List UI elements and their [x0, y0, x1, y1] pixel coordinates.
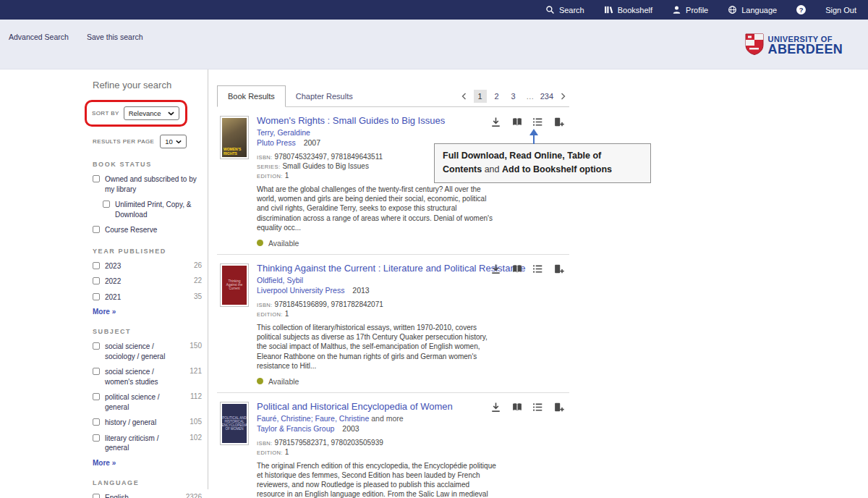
download-icon[interactable]: [488, 262, 503, 277]
sort-by-select[interactable]: Relevance: [124, 106, 179, 120]
filter-subject-sociology[interactable]: social science / sociology / general 150: [93, 342, 208, 361]
nav-language[interactable]: Language: [728, 5, 777, 14]
checkbox[interactable]: [93, 494, 100, 498]
checkbox[interactable]: [93, 277, 100, 284]
filter-year-2021[interactable]: 2021 35: [93, 292, 208, 303]
facet-count: 102: [190, 434, 202, 442]
filter-unlimited-print[interactable]: Unlimited Print, Copy, & Download: [103, 200, 208, 219]
download-icon[interactable]: [488, 114, 503, 129]
nav-profile[interactable]: Profile: [672, 5, 708, 14]
results-header: Book Results Chapter Results 1 2 3 … 234: [217, 85, 569, 107]
publisher-link[interactable]: Taylor & Francis Group: [257, 424, 334, 433]
edition-value: 1: [285, 310, 289, 318]
isbn-value: 9781579582371, 9780203505939: [275, 439, 383, 447]
header-band: [0, 20, 868, 69]
tab-book-results[interactable]: Book Results: [217, 85, 286, 107]
nav-language-label: Language: [741, 6, 777, 14]
search-icon: [545, 5, 555, 14]
checkbox[interactable]: [93, 434, 100, 442]
pagination-page-3[interactable]: 3: [507, 90, 520, 103]
edition-row: EDITION:1: [257, 448, 540, 456]
publisher-link[interactable]: Liverpool University Press: [257, 286, 344, 295]
table-of-contents-icon[interactable]: [530, 262, 545, 277]
callout-text-and: and: [482, 164, 502, 174]
year-more-link[interactable]: More »: [93, 308, 208, 316]
chevron-down-icon: [176, 138, 182, 145]
refine-sidebar: Refine your search SORT BY Relevance RES…: [80, 69, 208, 489]
filter-subject-political-science[interactable]: political science / general 112: [93, 392, 208, 412]
publication-year: 2007: [304, 138, 320, 147]
checkbox[interactable]: [93, 262, 100, 269]
bookshelf-icon: [604, 5, 613, 14]
edition-row: EDITION:1: [257, 310, 540, 318]
checkbox[interactable]: [93, 393, 100, 400]
book-cover[interactable]: Thinking Against the Current: [220, 263, 249, 307]
checkbox[interactable]: [93, 342, 100, 350]
filter-year-2022[interactable]: 2022 22: [93, 277, 208, 287]
facet-count: 112: [190, 392, 202, 400]
results-per-page-select[interactable]: 10: [160, 135, 187, 148]
pagination-page-1[interactable]: 1: [474, 90, 487, 103]
filter-course-reserve[interactable]: Course Reserve: [93, 225, 208, 235]
results-per-page-value: 10: [165, 138, 173, 145]
cover-title-text: Thinking Against the Current: [222, 278, 247, 292]
checkbox[interactable]: [93, 293, 100, 300]
filter-year-2023[interactable]: 2023 26: [93, 261, 208, 271]
pagination-page-2[interactable]: 2: [490, 90, 503, 103]
edition-value: 1: [285, 172, 289, 180]
checkbox[interactable]: [93, 368, 100, 375]
table-of-contents-icon[interactable]: [530, 114, 545, 129]
filter-owned-subscribed[interactable]: Owned and subscribed to by my library: [93, 174, 208, 194]
availability-label: Available: [268, 377, 299, 386]
university-logo: UNIVERSITY OF ABERDEEN: [745, 33, 843, 58]
book-status-header: BOOK STATUS: [93, 161, 208, 168]
tab-chapter-results[interactable]: Chapter Results: [286, 86, 363, 106]
facet-count: 105: [190, 418, 202, 426]
filter-subject-literary-criticism[interactable]: literary criticism / general 102: [93, 434, 208, 453]
read-online-icon[interactable]: [509, 262, 524, 277]
pagination-next-button[interactable]: [557, 93, 569, 100]
publisher-link[interactable]: Pluto Press: [257, 138, 296, 147]
save-search-link[interactable]: Save this search: [87, 33, 143, 41]
sort-by-value: Relevance: [129, 109, 161, 117]
filter-subject-womens-studies[interactable]: social science / women's studies 121: [93, 367, 208, 387]
table-of-contents-icon[interactable]: [530, 400, 545, 415]
book-authors-link[interactable]: Fauré, Christine; Faure, Christineand mo…: [257, 414, 540, 423]
checkbox[interactable]: [93, 226, 100, 233]
filter-subject-history[interactable]: history / general 105: [93, 418, 208, 428]
nav-sign-out[interactable]: Sign Out: [825, 6, 856, 14]
filter-language-english[interactable]: English 2326: [93, 493, 208, 498]
nav-search[interactable]: Search: [545, 5, 584, 14]
checkbox[interactable]: [93, 175, 100, 182]
callout-text-bold2: Add to Bookshelf options: [502, 164, 612, 174]
pagination-prev-button[interactable]: [458, 93, 470, 100]
download-icon[interactable]: [488, 400, 503, 415]
book-publisher-row: Taylor & Francis Group 2003: [257, 424, 540, 433]
read-online-icon[interactable]: [509, 400, 524, 415]
checkbox[interactable]: [93, 418, 100, 426]
book-authors-link[interactable]: Terry, Geraldine: [257, 128, 540, 137]
pagination: 1 2 3 … 234: [458, 90, 569, 106]
nav-sign-out-label: Sign Out: [825, 6, 856, 14]
subject-more-link[interactable]: More »: [93, 459, 208, 467]
book-authors-link[interactable]: Oldfield, Sybil: [257, 276, 540, 284]
pagination-page-234[interactable]: 234: [540, 90, 553, 103]
advanced-search-link[interactable]: Advanced Search: [9, 33, 69, 41]
add-to-bookshelf-icon[interactable]: [551, 114, 566, 129]
facet-count: 26: [194, 261, 202, 269]
language-icon: [728, 5, 737, 14]
book-cover[interactable]: WOMEN'S RIGHTS: [220, 116, 249, 159]
facet-count: 2326: [186, 493, 202, 498]
read-online-icon[interactable]: [509, 114, 524, 129]
facet-count: 22: [194, 277, 202, 284]
add-to-bookshelf-icon[interactable]: [551, 400, 566, 415]
book-cover[interactable]: POLITICAL AND HISTORICAL ENCYCLOPEDIA OF…: [220, 402, 249, 445]
availability-row: Available: [257, 239, 540, 248]
add-to-bookshelf-icon[interactable]: [551, 262, 566, 277]
nav-bookshelf[interactable]: Bookshelf: [604, 5, 652, 14]
results-main: Book Results Chapter Results 1 2 3 … 234…: [217, 85, 569, 498]
facet-count: 121: [190, 367, 202, 375]
nav-help[interactable]: ?: [796, 5, 806, 14]
availability-row: Available: [257, 377, 540, 386]
checkbox[interactable]: [103, 201, 110, 208]
